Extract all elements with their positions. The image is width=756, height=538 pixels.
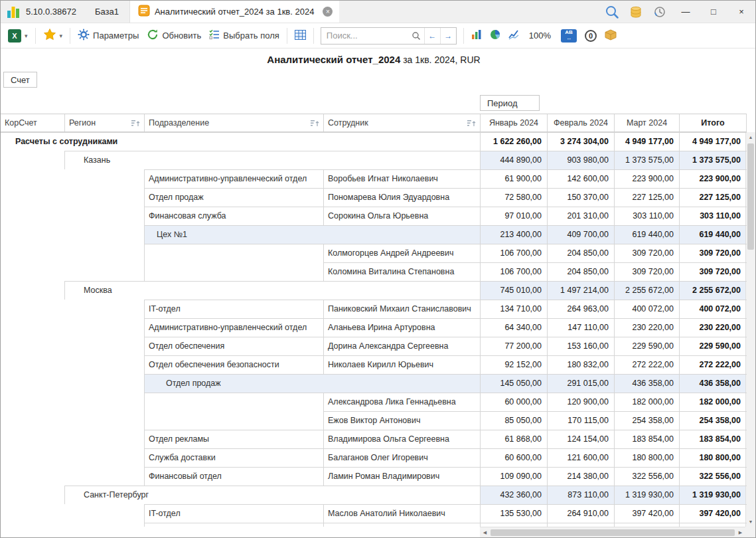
employee-cell[interactable]: Балаганов Олег Игоревич <box>323 448 480 467</box>
amount-cell[interactable]: 227 125,00 <box>679 188 747 207</box>
division-cell[interactable]: Административно-управленческий отдел <box>144 318 323 337</box>
amount-cell[interactable]: 3 274 304,00 <box>547 132 614 151</box>
grid-view-button[interactable] <box>291 27 309 45</box>
division-cell[interactable] <box>144 262 323 281</box>
maximize-button[interactable]: □ <box>700 1 727 23</box>
sort-icon[interactable] <box>467 120 476 127</box>
database-icon[interactable] <box>624 1 648 23</box>
amount-cell[interactable]: 619 440,00 <box>679 225 747 244</box>
period-field-button[interactable]: Период <box>480 95 540 111</box>
amount-cell[interactable]: 204 850,00 <box>547 244 614 262</box>
group-row-label[interactable]: Расчеты с сотрудниками <box>1 132 480 151</box>
amount-cell[interactable]: 303 110,00 <box>614 207 679 225</box>
column-header-region[interactable]: Регион <box>64 114 144 132</box>
vertical-scroll-thumb[interactable] <box>747 143 754 250</box>
amount-cell[interactable]: 2 255 672,00 <box>614 281 679 300</box>
amount-cell[interactable]: 230 220,00 <box>679 318 747 337</box>
column-header-january[interactable]: Январь 2024 <box>480 114 547 132</box>
amount-cell[interactable]: 124 154,00 <box>547 430 614 448</box>
amount-cell[interactable]: 153 160,00 <box>547 337 614 355</box>
group-row-label[interactable]: Отдел продаж <box>144 374 480 393</box>
division-cell[interactable]: Отдел продаж <box>144 188 323 207</box>
amount-cell[interactable]: 134 710,00 <box>480 300 547 318</box>
division-cell[interactable]: Административно-управленческий отдел <box>144 169 323 188</box>
column-header-february[interactable]: Февраль 2024 <box>547 114 614 132</box>
amount-cell[interactable]: 397 420,00 <box>614 504 679 523</box>
tab-close-icon[interactable]: × <box>323 7 333 17</box>
amount-cell[interactable]: 214 380,00 <box>547 467 614 486</box>
amount-cell[interactable]: 291 015,00 <box>547 374 614 393</box>
amount-cell[interactable]: 106 700,00 <box>480 244 547 262</box>
group-row-label[interactable]: Санкт-Петербург <box>64 486 480 504</box>
amount-cell[interactable]: 1 319 930,00 <box>614 486 679 504</box>
division-cell[interactable]: Финансовая служба <box>144 207 323 225</box>
excel-export-button[interactable]: X ▾ <box>5 27 31 45</box>
employee-cell[interactable]: Сорокина Ольга Юрьевна <box>323 207 480 225</box>
employee-cell[interactable]: Паниковский Михаил Станиславович <box>323 300 480 318</box>
division-cell[interactable]: IT-отдел <box>144 504 323 523</box>
scroll-up-button[interactable]: ▲ <box>746 132 755 142</box>
search-icon[interactable] <box>408 28 424 44</box>
amount-cell[interactable]: 61 868,00 <box>480 430 547 448</box>
amount-cell[interactable]: 309 720,00 <box>614 262 679 281</box>
account-filter-button[interactable]: Счет <box>3 72 37 88</box>
employee-cell[interactable]: Николаев Кирилл Юрьевич <box>323 355 480 374</box>
employee-cell[interactable]: Ламин Роман Владимирович <box>323 467 480 486</box>
amount-cell[interactable]: 322 556,00 <box>679 467 747 486</box>
employee-cell[interactable]: Колмогорцев Андрей Андреевич <box>323 244 480 262</box>
amount-cell[interactable]: 77 200,00 <box>480 337 547 355</box>
employee-cell[interactable]: Аланьева Ирина Артуровна <box>323 318 480 337</box>
amount-cell[interactable]: 400 072,00 <box>614 300 679 318</box>
choose-fields-button[interactable]: Выбрать поля <box>206 27 283 45</box>
amount-cell[interactable]: 436 358,00 <box>614 374 679 393</box>
horizontal-scroll-thumb[interactable] <box>491 529 735 536</box>
amount-cell[interactable]: 322 556,00 <box>614 467 679 486</box>
division-cell[interactable]: Финансовый отдел <box>144 467 323 486</box>
amount-cell[interactable]: 254 358,00 <box>679 411 747 430</box>
amount-cell[interactable]: 229 590,00 <box>679 337 747 355</box>
column-header-employee[interactable]: Сотрудник <box>323 114 480 132</box>
amount-cell[interactable]: 230 220,00 <box>614 318 679 337</box>
amount-cell[interactable]: 4 949 177,00 <box>614 132 679 151</box>
amount-cell[interactable]: 444 890,00 <box>480 151 547 169</box>
amount-cell[interactable]: 213 400,00 <box>480 225 547 244</box>
favorites-button[interactable]: ▾ <box>40 27 66 45</box>
division-cell[interactable]: Отдел обеспечения безопасности <box>144 355 323 374</box>
amount-cell[interactable]: 409 700,00 <box>547 225 614 244</box>
vertical-scrollbar[interactable]: ▲ ▼ <box>745 132 755 527</box>
employee-cell[interactable]: Воробьев Игнат Николаевич <box>323 169 480 188</box>
amount-cell[interactable]: 109 090,00 <box>480 467 547 486</box>
amount-cell[interactable]: 204 850,00 <box>547 262 614 281</box>
amount-cell[interactable]: 61 900,00 <box>480 169 547 188</box>
amount-cell[interactable]: 121 600,00 <box>547 448 614 467</box>
employee-cell[interactable]: Коломина Виталина Степановна <box>323 262 480 281</box>
scroll-left-button[interactable]: ◀ <box>480 527 490 537</box>
tab-base[interactable]: База1 <box>84 1 130 23</box>
amount-cell[interactable]: 227 125,00 <box>614 188 679 207</box>
amount-cell[interactable]: 180 832,00 <box>547 355 614 374</box>
pie-chart-button[interactable] <box>487 27 504 45</box>
amount-cell[interactable]: 309 720,00 <box>614 244 679 262</box>
amount-cell[interactable]: 135 530,00 <box>480 504 547 523</box>
amount-cell[interactable]: 1 319 930,00 <box>679 486 747 504</box>
amount-cell[interactable]: 106 700,00 <box>480 262 547 281</box>
scroll-down-button[interactable]: ▼ <box>746 517 755 527</box>
division-cell[interactable]: Отдел рекламы <box>144 430 323 448</box>
horizontal-scrollbar[interactable]: ◀ ▶ <box>480 527 745 537</box>
amount-cell[interactable]: 619 440,00 <box>614 225 679 244</box>
amount-cell[interactable]: 397 420,00 <box>679 504 747 523</box>
amount-cell[interactable]: 183 854,00 <box>614 430 679 448</box>
tab-document[interactable]: Аналитический отчет_2024 за 1кв. 2024 × <box>130 1 339 23</box>
employee-cell[interactable]: Пономарева Юлия Эдуардовна <box>323 188 480 207</box>
division-cell[interactable]: Отдел обеспечения <box>144 337 323 355</box>
chevron-down-icon[interactable]: ▾ <box>25 33 28 39</box>
amount-cell[interactable]: 147 110,00 <box>547 318 614 337</box>
package-button[interactable] <box>601 27 620 45</box>
amount-cell[interactable]: 142 600,00 <box>547 169 614 188</box>
bar-chart-button[interactable] <box>468 27 485 45</box>
amount-cell[interactable]: 201 310,00 <box>547 207 614 225</box>
amount-cell[interactable]: 60 000,00 <box>480 393 547 411</box>
amount-cell[interactable]: 64 340,00 <box>480 318 547 337</box>
division-cell[interactable] <box>144 411 323 430</box>
amount-cell[interactable]: 145 050,00 <box>480 374 547 393</box>
